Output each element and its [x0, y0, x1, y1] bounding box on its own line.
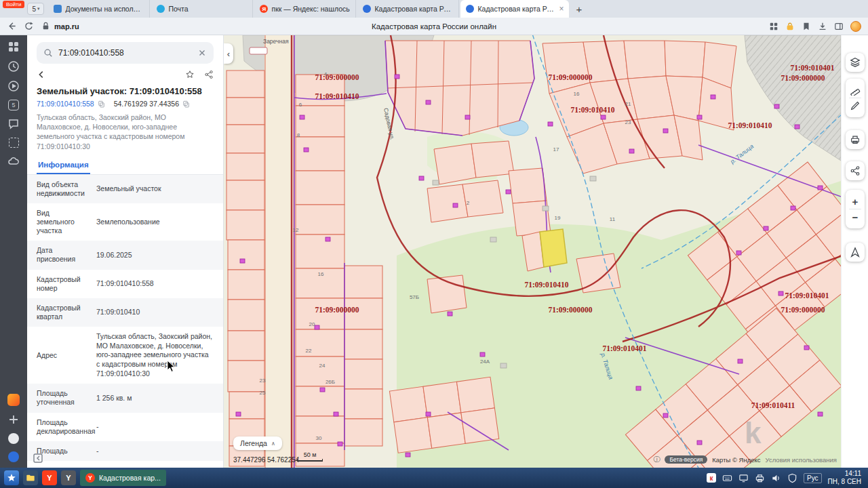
- svg-text:12: 12: [293, 227, 299, 233]
- close-tab-icon[interactable]: ×: [559, 4, 564, 14]
- row-label: Вид земельного участка: [27, 203, 92, 241]
- music-service-icon[interactable]: [7, 394, 20, 406]
- back-chevron-icon[interactable]: [37, 70, 46, 79]
- browser-tab-documents[interactable]: Документы на исполнен: [48, 0, 150, 18]
- tab-title: Кадастровая карта Росс: [374, 5, 453, 13]
- layers-icon: [850, 57, 861, 68]
- address-bar[interactable]: map.ru: [41, 21, 79, 31]
- table-row: Кадастровый номер71:09:010410:558: [27, 270, 223, 298]
- display-icon[interactable]: [738, 473, 749, 483]
- active-window-button[interactable]: Y Кадастровая кар...: [80, 470, 166, 486]
- new-tab-button[interactable]: +: [570, 3, 587, 15]
- svg-text:22: 22: [306, 348, 312, 354]
- svg-text:25: 25: [260, 390, 266, 396]
- language-indicator[interactable]: Рус: [804, 473, 822, 483]
- share-icon[interactable]: [204, 70, 214, 79]
- locate-arrow-icon: [850, 247, 861, 258]
- screenshot-icon[interactable]: [9, 138, 19, 148]
- secondary-browser-button[interactable]: Y: [61, 470, 76, 485]
- window-favicon: Y: [85, 473, 95, 483]
- info-icon[interactable]: ⓘ: [653, 455, 660, 464]
- browser-tab-search[interactable]: Я пкк — Яндекс: нашлось: [254, 0, 356, 18]
- copy-icon[interactable]: [98, 100, 105, 108]
- clock-time: 14:11: [845, 470, 861, 478]
- attribution-text: Карты © Яндекс: [712, 456, 760, 464]
- panel-collapse-handle[interactable]: ‹: [224, 43, 233, 64]
- quarter-label: 71:09:000000: [548, 306, 592, 314]
- legend-button[interactable]: Легенда ∧: [233, 436, 282, 450]
- tablo-grid-icon[interactable]: [7, 41, 20, 53]
- volume-icon[interactable]: [771, 473, 781, 483]
- tray-k-icon[interactable]: к: [707, 473, 716, 483]
- service-icon-blue[interactable]: [8, 451, 19, 462]
- map-container[interactable]: 71:09:000000 71:09:010410 71:09:000000 7…: [224, 35, 841, 468]
- printer-icon[interactable]: [755, 473, 765, 483]
- zoom-out-button[interactable]: −: [850, 211, 861, 222]
- file-manager-button[interactable]: [23, 470, 38, 485]
- panel-actions: [27, 66, 223, 83]
- share-map-button[interactable]: [846, 161, 865, 180]
- parcels-top-center: [385, 41, 534, 136]
- browser-tab-cadastre-1[interactable]: Кадастровая карта Росс: [357, 0, 459, 18]
- selected-parcel[interactable]: [540, 229, 567, 267]
- start-menu-button[interactable]: [4, 470, 19, 485]
- clock[interactable]: 14:11 ПН, 8 СЕН: [828, 470, 864, 486]
- side-panel-icon[interactable]: [834, 22, 844, 31]
- row-value: Учтенный: [92, 461, 223, 468]
- cadastral-number-link[interactable]: 71:09:010410:558: [37, 100, 94, 108]
- browser-tab-mail[interactable]: Почта: [151, 0, 253, 18]
- history-clock-icon[interactable]: [7, 60, 20, 73]
- folder-icon: [26, 473, 35, 483]
- zoom-in-button[interactable]: +: [850, 196, 861, 207]
- print-button[interactable]: [846, 130, 865, 149]
- panel-collapse-icon[interactable]: [33, 453, 43, 464]
- bookmark-flag-icon[interactable]: [802, 22, 811, 31]
- shield-icon[interactable]: [787, 473, 797, 483]
- search-box[interactable]: [37, 42, 214, 64]
- mail-favicon: [157, 5, 165, 13]
- table-row: АдресТульская область, Заокский район, М…: [27, 327, 223, 384]
- extensions-grid-icon[interactable]: [769, 22, 778, 31]
- badge-counter[interactable]: 5: [8, 100, 19, 110]
- draw-polygon-icon[interactable]: [850, 100, 861, 111]
- search-input[interactable]: [58, 48, 192, 58]
- quarter-label: 71:09:010410: [728, 121, 772, 129]
- back-arrow-icon[interactable]: [7, 21, 17, 31]
- favorite-star-icon[interactable]: [185, 70, 195, 79]
- messenger-icon[interactable]: [7, 118, 20, 130]
- svg-text:26Б: 26Б: [326, 379, 335, 385]
- reload-icon[interactable]: [24, 21, 34, 31]
- cloud-icon[interactable]: [7, 155, 20, 167]
- login-button[interactable]: Войти: [3, 1, 24, 8]
- row-value: -: [92, 417, 223, 437]
- quarter-label: 71:09:000000: [315, 73, 359, 81]
- market-bag-icon[interactable]: [785, 22, 795, 31]
- tab-title: Почта: [168, 5, 247, 13]
- svg-text:19: 19: [555, 215, 561, 221]
- browser-tab-cadastre-active[interactable]: Кадастровая карта Ро... ×: [460, 0, 569, 18]
- lock-icon: [41, 21, 51, 31]
- print-icon: [850, 134, 861, 145]
- tab-information[interactable]: Информация: [37, 155, 90, 174]
- row-value: 19.06.2025: [92, 245, 223, 266]
- object-title: Земельный участок: 71:09:010410:558: [27, 83, 223, 99]
- quarter-label: 71:09:010401: [790, 64, 834, 72]
- quarter-label: 71:09:010410: [524, 281, 568, 289]
- add-service-icon[interactable]: [7, 413, 20, 426]
- keyboard-icon[interactable]: [722, 473, 732, 483]
- tab-counter[interactable]: 5▾: [27, 3, 44, 15]
- ruler-icon[interactable]: [850, 85, 861, 96]
- downloads-icon[interactable]: [818, 22, 827, 31]
- terms-link[interactable]: Условия использования: [766, 456, 837, 464]
- locate-button[interactable]: [846, 243, 865, 262]
- svg-text:16: 16: [574, 91, 580, 97]
- service-icon-light[interactable]: [8, 433, 19, 444]
- yandex-browser-button[interactable]: Y: [42, 470, 57, 485]
- layers-button[interactable]: [846, 53, 865, 72]
- profile-avatar[interactable]: [850, 21, 861, 32]
- map-canvas[interactable]: 71:09:000000 71:09:010410 71:09:000000 7…: [224, 35, 841, 468]
- clear-search-icon[interactable]: [197, 48, 207, 58]
- play-icon[interactable]: [7, 80, 20, 92]
- copy-icon[interactable]: [182, 100, 190, 108]
- quarter-label: 71:09:000000: [781, 74, 825, 82]
